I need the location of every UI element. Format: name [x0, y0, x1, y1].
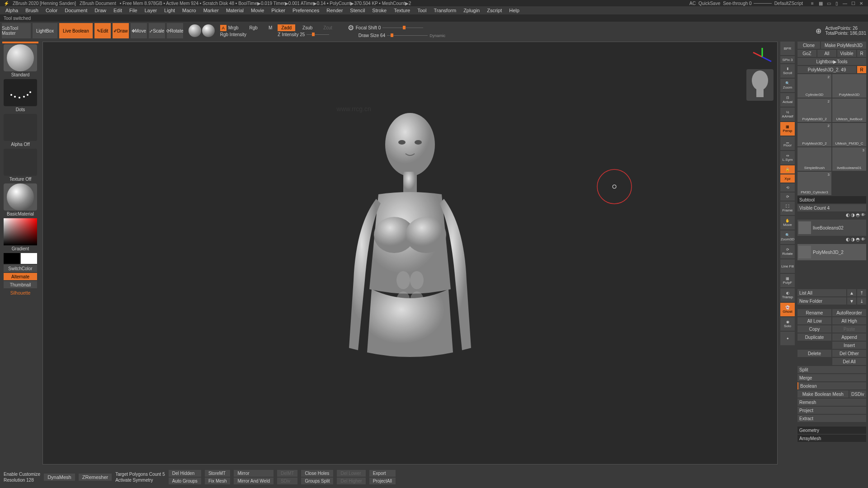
- ghost-button[interactable]: 👻Ghost: [780, 303, 795, 316]
- quicksave-button[interactable]: QuickSave: [698, 1, 720, 6]
- tool-thumb[interactable]: 3PM3D_Cylinder3: [797, 172, 831, 195]
- tool-thumb[interactable]: UMesh_PM3D_C: [832, 123, 866, 146]
- geometry-header[interactable]: Geometry: [797, 427, 866, 434]
- zadd-button[interactable]: Zadd: [278, 24, 295, 31]
- solo-button[interactable]: ◉Solo: [780, 317, 795, 331]
- tool-thumb[interactable]: PolyMesh3D: [832, 74, 866, 98]
- tool-r-button[interactable]: R: [857, 66, 866, 73]
- linefill-button[interactable]: Line Fill: [780, 259, 795, 273]
- groups-split-button[interactable]: Groups Split: [301, 478, 333, 484]
- layout2-icon[interactable]: ▯: [834, 0, 840, 6]
- silhouette-button[interactable]: Silhouette: [4, 289, 37, 296]
- switchcolor-button[interactable]: SwitchColor: [4, 265, 37, 272]
- axis-gizmo[interactable]: [751, 46, 774, 68]
- make-polymesh3d-button[interactable]: Make PolyMesh3D: [821, 42, 866, 49]
- menu-icon[interactable]: ≡: [809, 0, 816, 6]
- menu-marker[interactable]: Marker: [203, 8, 219, 13]
- menu-layer[interactable]: Layer: [145, 8, 157, 13]
- minimize-icon[interactable]: —: [842, 0, 848, 6]
- menu-color[interactable]: Color: [46, 8, 57, 13]
- menu-tool[interactable]: Tool: [417, 8, 426, 13]
- material-selector[interactable]: [4, 183, 37, 211]
- rename-button[interactable]: Rename: [797, 309, 831, 316]
- edit-button[interactable]: ✎Edit: [94, 23, 111, 38]
- zcut-button[interactable]: Zcut: [323, 25, 332, 30]
- subtool-vis-icon[interactable]: ◑: [851, 212, 855, 219]
- gradient-label[interactable]: Gradient: [12, 246, 29, 251]
- xpose-button[interactable]: ✦: [780, 332, 795, 345]
- rotate3d-button[interactable]: ⟳Rotate: [780, 245, 795, 258]
- menu-macro[interactable]: Macro: [182, 8, 196, 13]
- menu-file[interactable]: File: [129, 8, 137, 13]
- persp-button[interactable]: ▦Persp: [780, 122, 795, 136]
- resolution-slider[interactable]: Resolution 128: [4, 478, 40, 483]
- floor-button[interactable]: ▁Floor: [780, 136, 795, 150]
- fix-mesh-button[interactable]: Fix Mesh: [205, 478, 231, 484]
- alpha-selector[interactable]: [4, 114, 37, 141]
- rgb-button[interactable]: Rgb: [250, 25, 258, 30]
- append-button[interactable]: Append: [832, 333, 866, 341]
- menu-document[interactable]: Document: [65, 8, 87, 13]
- tool-thumb[interactable]: SimpleBrush: [797, 147, 831, 171]
- actual-button[interactable]: ⊡Actual: [780, 93, 795, 107]
- menu-draw[interactable]: Draw: [94, 8, 106, 13]
- polyf-button[interactable]: ▦PolyF: [780, 274, 795, 287]
- all-high-button[interactable]: All High: [832, 317, 866, 324]
- move-button[interactable]: ✥Move: [131, 23, 147, 38]
- brush-selector[interactable]: [4, 44, 37, 71]
- boolean-section[interactable]: Boolean: [797, 382, 866, 389]
- menu-brush[interactable]: Brush: [25, 8, 38, 13]
- menu-zplugin[interactable]: Zplugin: [463, 8, 480, 13]
- zsub-button[interactable]: Zsub: [302, 25, 312, 30]
- duplicate-button[interactable]: Duplicate: [797, 333, 831, 341]
- storemt-button[interactable]: StoreMT: [205, 470, 231, 477]
- z-intensity-slider[interactable]: Z Intensity 25: [278, 32, 305, 37]
- make-boolean-mesh-button[interactable]: Make Boolean Mesh: [797, 390, 849, 398]
- mirror-weld-button[interactable]: Mirror And Weld: [234, 478, 274, 484]
- autoreorder-button[interactable]: AutoReorder: [832, 309, 866, 316]
- project-section[interactable]: Project: [797, 407, 866, 414]
- default-zscript-button[interactable]: DefaultZScript: [774, 1, 803, 6]
- zoom3d-button[interactable]: 🔍Zoom3D: [780, 230, 795, 244]
- live-boolean-button[interactable]: Live Boolean: [59, 23, 93, 38]
- subtool-vis-icon[interactable]: ◑: [851, 237, 855, 243]
- sdiv-button[interactable]: SDiv: [277, 478, 297, 484]
- delmt-button[interactable]: DelMT: [277, 470, 297, 477]
- menu-render[interactable]: Render: [326, 8, 343, 13]
- subtool-vis-icon[interactable]: ◓: [856, 237, 860, 243]
- subtool-header[interactable]: Subtool: [797, 196, 866, 203]
- subtool-item[interactable]: liveBooleans02: [797, 220, 866, 236]
- m-button[interactable]: M: [269, 25, 272, 30]
- menu-stencil[interactable]: Stencil: [350, 8, 365, 13]
- move-down-button[interactable]: ▼: [847, 297, 856, 305]
- tool-thumb[interactable]: 3liveBooleans01: [832, 147, 866, 171]
- rotate-button[interactable]: ⟳Rotate: [167, 23, 183, 38]
- subtool-eye-icon[interactable]: 👁: [861, 237, 865, 243]
- menu-material[interactable]: Material: [226, 8, 244, 13]
- rot-y-button[interactable]: ⟲: [780, 183, 795, 192]
- list-all-button[interactable]: List All: [797, 289, 846, 296]
- menu-preferences[interactable]: Preferences: [292, 8, 319, 13]
- move3d-button[interactable]: ✋Move: [780, 216, 795, 230]
- grid-icon[interactable]: ▦: [817, 0, 824, 6]
- del-hidden-button[interactable]: Del Hidden: [169, 470, 201, 477]
- scale-button[interactable]: ⤢Scale: [149, 23, 165, 38]
- subtool-vis-icon[interactable]: ◐: [846, 237, 850, 243]
- subtool-eye-icon[interactable]: 👁: [861, 212, 865, 219]
- dynamesh-button[interactable]: DynaMesh: [44, 474, 75, 481]
- seethrough-slider[interactable]: See-through 0: [723, 1, 771, 6]
- mrgb-button[interactable]: Mrgb: [228, 25, 239, 30]
- tool-thumb[interactable]: 2Cylinder3D: [797, 74, 831, 98]
- a-indicator[interactable]: A: [220, 25, 226, 31]
- move-top-button[interactable]: ⤒: [857, 289, 866, 296]
- copy-button[interactable]: Copy: [797, 325, 831, 333]
- activate-symmetry-button[interactable]: Activate Symmetry: [115, 478, 165, 483]
- insert-button[interactable]: Insert: [832, 342, 866, 349]
- goz-button[interactable]: GoZ: [797, 50, 816, 57]
- viewport[interactable]: www.rrcg.cn: [42, 42, 778, 465]
- tool-thumb[interactable]: UMesh_liveBool: [832, 99, 866, 122]
- sculptris-icon[interactable]: ⚙: [348, 23, 354, 32]
- dsdiv-button[interactable]: DSDiv: [849, 390, 867, 398]
- draw-button[interactable]: ✐Draw: [113, 23, 129, 38]
- gizmo-sphere-icon[interactable]: [189, 24, 201, 37]
